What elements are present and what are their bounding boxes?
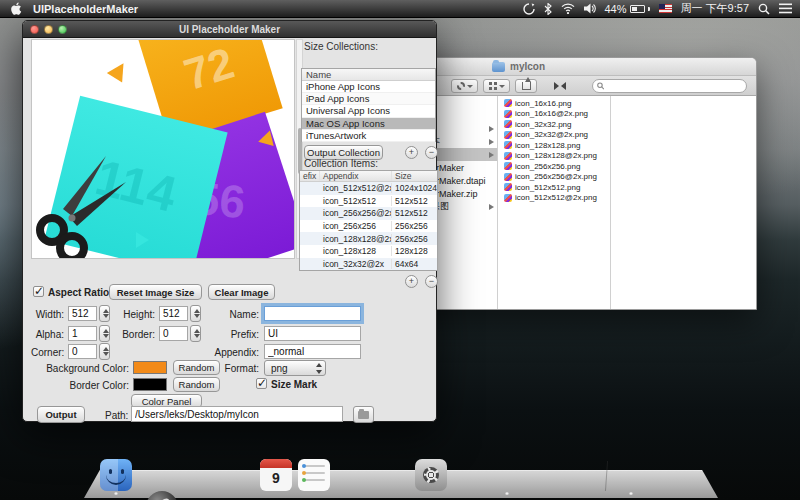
name-field[interactable] <box>264 306 361 321</box>
dock-system-preferences-icon[interactable] <box>415 459 447 491</box>
zoom-button[interactable] <box>58 25 67 34</box>
wifi-icon[interactable] <box>561 3 575 14</box>
spotlight-icon[interactable] <box>758 3 770 15</box>
notification-center-icon[interactable] <box>779 3 792 14</box>
finder-search-field[interactable] <box>592 79 747 93</box>
width-field[interactable] <box>68 306 97 321</box>
file-row[interactable]: icon_256x256@2x.png <box>498 172 610 183</box>
action-gear-button[interactable] <box>451 79 478 93</box>
app-title-bar[interactable]: UI Placeholder Maker <box>23 21 436 38</box>
search-icon <box>597 82 604 90</box>
table-row[interactable]: icon_512x512 512x512 <box>300 195 437 208</box>
size-mark-label: Size Mark <box>271 379 317 390</box>
png-file-icon <box>504 110 512 118</box>
file-row[interactable]: icon_16x16.png <box>498 98 610 109</box>
format-popup[interactable]: png <box>264 360 326 376</box>
size-column-header[interactable]: Size <box>392 171 437 181</box>
table-row[interactable]: icon_128x128 128x128 <box>300 245 437 258</box>
size-collection-item[interactable]: Universal App Icons <box>302 105 435 117</box>
height-stepper[interactable] <box>190 305 201 322</box>
remove-collection-button[interactable]: − <box>425 146 438 159</box>
appendix-column-header[interactable]: Appendix <box>320 171 392 181</box>
running-indicator <box>505 492 509 495</box>
battery-indicator[interactable]: 44% <box>605 3 650 15</box>
file-row[interactable]: icon_256x256.png <box>498 161 610 172</box>
file-name: icon_256x256.png <box>515 162 580 171</box>
height-label: Height: <box>117 309 155 320</box>
background-color-label: Background Color: <box>29 363 129 374</box>
share-button[interactable] <box>515 79 537 93</box>
border-field[interactable] <box>159 326 188 341</box>
alpha-stepper[interactable] <box>99 325 110 342</box>
clear-image-button[interactable]: Clear Image <box>208 284 275 300</box>
size-collection-item[interactable]: Mac OS App Icons <box>302 118 435 130</box>
border-stepper[interactable] <box>190 325 201 342</box>
collapse-arrows-button[interactable] <box>547 79 573 93</box>
running-indicator <box>629 492 633 495</box>
image-preview-canvas[interactable]: 72 56 114 <box>31 39 295 259</box>
menu-clock[interactable]: 周一 下午9:57 <box>681 1 749 16</box>
add-collection-button[interactable]: + <box>405 146 418 159</box>
width-stepper[interactable] <box>99 305 110 322</box>
table-row[interactable]: icon_128x128@2x 256x256 <box>300 232 437 245</box>
dock-calendar-icon[interactable]: 9 <box>260 459 292 491</box>
file-row[interactable]: icon_16x16@2x.png <box>498 109 610 120</box>
border-color-swatch[interactable] <box>133 378 167 391</box>
size-mark-checkbox[interactable] <box>256 378 267 389</box>
input-source-flag-icon[interactable] <box>659 4 672 13</box>
prefix-column-header[interactable]: efix <box>300 171 320 181</box>
chevron-down-icon <box>467 85 473 88</box>
file-row[interactable]: icon_128x128@2x.png <box>498 151 610 162</box>
file-row[interactable]: icon_512x512@2x.png <box>498 193 610 204</box>
background-color-swatch[interactable] <box>133 361 167 374</box>
random-background-button[interactable]: Random <box>173 360 220 375</box>
table-row[interactable]: icon_256x256 256x256 <box>300 220 437 233</box>
table-row[interactable]: icon_512x512@2x 1024x1024 <box>300 182 437 195</box>
alpha-field[interactable] <box>68 326 97 341</box>
apple-menu-icon[interactable] <box>10 2 23 16</box>
choose-path-button[interactable] <box>353 406 374 423</box>
remove-item-button[interactable]: − <box>425 275 438 288</box>
table-row[interactable]: icon_256x256@2x 512x512 <box>300 207 437 220</box>
add-item-button[interactable]: + <box>405 275 418 288</box>
size-collection-item[interactable]: iPhone App Icons <box>302 81 435 93</box>
search-input[interactable] <box>607 81 742 91</box>
file-row[interactable]: icon_32x32@2x.png <box>498 130 610 141</box>
output-button[interactable]: Output <box>37 406 85 423</box>
table-row[interactable]: icon_32x32@2x 64x64 <box>300 258 437 271</box>
menu-app-name[interactable]: UIPlaceholderMaker <box>33 3 138 15</box>
collection-items-heading: Collection Items: <box>304 158 378 169</box>
dock-finder-icon[interactable] <box>100 459 132 491</box>
appendix-cell: icon_256x256 <box>320 221 392 231</box>
appendix-cell: icon_512x512 <box>320 196 392 206</box>
path-field[interactable] <box>131 406 343 422</box>
file-row[interactable]: icon_32x32.png <box>498 119 610 130</box>
alpha-label: Alpha: <box>31 329 64 340</box>
corner-field[interactable] <box>68 344 97 359</box>
reset-image-size-button[interactable]: Reset Image Size <box>109 284 202 300</box>
format-label: Format: <box>223 363 259 374</box>
appendix-field[interactable] <box>264 344 361 359</box>
minimize-button[interactable] <box>44 25 53 34</box>
appendix-cell: icon_256x256@2x <box>320 208 392 218</box>
aspect-ratio-checkbox[interactable] <box>33 286 44 297</box>
arrange-button[interactable] <box>483 79 510 93</box>
size-collection-item[interactable]: iTunesArtwork <box>302 130 435 142</box>
finder-column-files: icon_16x16.png icon_16x16@2x.png icon_32… <box>498 96 611 309</box>
name-column-header[interactable]: Name <box>302 69 435 81</box>
close-button[interactable] <box>30 25 39 34</box>
volume-icon[interactable] <box>584 3 596 14</box>
time-machine-icon[interactable] <box>523 3 535 15</box>
height-field[interactable] <box>159 306 188 321</box>
corner-stepper[interactable] <box>99 343 110 360</box>
bluetooth-icon[interactable] <box>544 3 552 15</box>
border-label: Border: <box>117 329 155 340</box>
random-border-button[interactable]: Random <box>173 377 220 392</box>
prefix-field[interactable] <box>264 326 361 341</box>
file-row[interactable]: icon_512x512.png <box>498 182 610 193</box>
appendix-cell: icon_32x32@2x <box>320 259 392 269</box>
dock-reminders-icon[interactable] <box>298 459 330 491</box>
file-row[interactable]: icon_128x128.png <box>498 140 610 151</box>
size-collection-item[interactable]: iPad App Icons <box>302 93 435 105</box>
share-icon <box>522 82 531 90</box>
